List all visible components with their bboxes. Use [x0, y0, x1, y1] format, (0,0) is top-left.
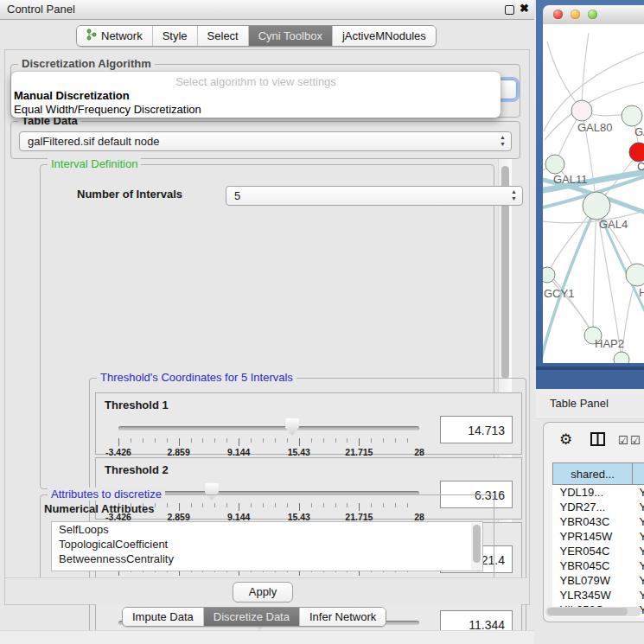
node-attribute-table[interactable]: shared... na YDL19...YDL1 YDR27...YDR2 Y… — [552, 462, 644, 617]
cell[interactable]: YBL079W — [553, 573, 633, 588]
stepper-arrows-icon[interactable]: ▲▼ — [500, 134, 506, 148]
node-label: H — [639, 286, 644, 299]
tab-label: Discretize Data — [214, 610, 290, 623]
interval-definition-group: Interval Definition Number of Intervals … — [40, 164, 494, 489]
tab-label: Select — [207, 29, 239, 42]
list-scrollbar[interactable] — [471, 523, 481, 570]
tick-label: 2.859 — [167, 447, 189, 457]
panel-title: Control Panel — [7, 3, 75, 16]
number-of-intervals-combobox[interactable]: 5 ▲▼ — [226, 186, 523, 206]
stepper-arrows-icon[interactable]: ▲▼ — [511, 188, 517, 202]
cell[interactable]: YBR043C — [553, 514, 633, 529]
node-label: C — [637, 160, 644, 173]
cell[interactable]: YPR145W — [553, 529, 633, 544]
table-row[interactable]: YBR043CYBR0 — [553, 514, 644, 529]
tab-label: Cyni Toolbox — [258, 29, 322, 42]
tab-network[interactable]: Network — [77, 26, 153, 46]
split-columns-icon[interactable] — [590, 432, 605, 449]
cell[interactable]: YDR2 — [633, 500, 644, 514]
float-window-icon[interactable] — [505, 5, 514, 15]
network-node-gal4[interactable] — [583, 192, 610, 220]
cell[interactable]: YBR0 — [633, 558, 644, 573]
column-header-name[interactable]: na — [633, 463, 644, 485]
node-label: HAP2 — [595, 337, 624, 350]
tab-impute-data[interactable]: Impute Data — [123, 608, 204, 626]
cell[interactable]: YLR345W — [553, 588, 633, 603]
tick-label: 15.43 — [288, 447, 310, 457]
close-icon[interactable]: ✖ — [520, 2, 529, 15]
threshold-1-panel: Threshold 1 -3.426 2.859 9.144 15.43 21.… — [95, 392, 522, 455]
threshold-1-slider[interactable]: -3.426 2.859 9.144 15.43 21.715 28 — [118, 418, 419, 452]
node-label: GAL4 — [599, 218, 628, 231]
network-node-bottom[interactable] — [614, 352, 629, 363]
table-row[interactable]: YBL079WYBL0 — [553, 573, 644, 588]
cell[interactable]: YPR1 — [633, 529, 644, 544]
slider-track[interactable] — [118, 426, 419, 430]
network-node-gal11[interactable] — [545, 155, 564, 174]
cell[interactable]: YBR045C — [553, 558, 633, 573]
list-item[interactable]: TopologicalCoefficient — [52, 537, 482, 552]
network-graph: GAL80 GA C GAL11 GAL4 GCY1 H HAP2 — [543, 24, 644, 363]
scrollbar-thumb[interactable] — [473, 525, 481, 563]
list-item[interactable]: SelfLoops — [52, 522, 482, 537]
threshold-1-value-field[interactable]: 14.713 — [440, 416, 513, 443]
cell[interactable]: YBL0 — [633, 573, 644, 588]
checkbox-icon[interactable]: ☑ — [630, 434, 641, 447]
tab-select[interactable]: Select — [198, 26, 249, 46]
attributes-listbox[interactable]: SelfLoops TopologicalCoefficient Between… — [51, 521, 483, 571]
scrollbar-thumb[interactable] — [547, 608, 628, 615]
network-node-selected[interactable] — [629, 143, 644, 162]
table-row[interactable]: YDR27...YDR2 — [553, 500, 644, 514]
popup-option-manual-discretization[interactable]: Manual Discretization — [14, 89, 130, 102]
cell[interactable]: YDL19... — [553, 485, 633, 501]
network-canvas[interactable]: GAL80 GA C GAL11 GAL4 GCY1 H HAP2 — [543, 24, 644, 363]
table-row[interactable]: YLR345WYLR3 — [553, 588, 644, 603]
zoom-traffic-light[interactable] — [588, 10, 597, 19]
algorithm-dropdown-popup: Select algorithm to view settings Manual… — [11, 72, 501, 118]
bottom-strip — [0, 630, 534, 644]
checkbox-icon[interactable]: ☑ — [618, 434, 628, 447]
cell[interactable]: YDR27... — [553, 500, 633, 514]
cell[interactable]: YLR3 — [633, 588, 644, 603]
popup-hint: Select algorithm to view settings — [11, 75, 501, 88]
table-row[interactable]: YDL19...YDL1 — [553, 485, 644, 501]
numerical-attributes-label: Numerical Attributes — [44, 502, 154, 515]
table-data-combobox[interactable]: galFiltered.sif default node ▲▼ — [19, 131, 512, 151]
control-panel-tabbar: Network Style Select Cyni Toolbox jActiv… — [76, 25, 437, 47]
cell[interactable]: YER054C — [553, 544, 633, 558]
table-horizontal-scrollbar[interactable] — [545, 607, 641, 616]
network-node-gal80[interactable] — [571, 100, 592, 121]
cell[interactable]: YDL1 — [633, 485, 644, 501]
tab-cyni-toolbox[interactable]: Cyni Toolbox — [249, 26, 333, 46]
gear-icon[interactable]: ⚙ — [559, 430, 572, 449]
cell[interactable]: YBR0 — [633, 514, 644, 529]
minimize-traffic-light[interactable] — [571, 10, 580, 19]
network-node-top-right[interactable] — [622, 105, 642, 126]
table-row[interactable]: YBR045CYBR0 — [553, 558, 644, 573]
control-panel-titlebar: Control Panel ✖ — [0, 0, 534, 20]
close-traffic-light[interactable] — [553, 10, 563, 19]
column-header-shared-name[interactable]: shared... — [553, 463, 633, 485]
apply-button[interactable]: Apply — [233, 582, 293, 603]
threshold-label: Threshold 2 — [105, 463, 169, 476]
tab-jactivemnodules[interactable]: jActiveMNodules — [333, 26, 436, 46]
network-node-h[interactable] — [626, 264, 644, 286]
list-item[interactable]: BetweennessCentrality — [52, 552, 482, 566]
node-label: GCY1 — [544, 287, 574, 300]
table-row[interactable]: YPR145WYPR1 — [553, 529, 644, 544]
table-row[interactable]: YER054CYER0 — [553, 544, 644, 558]
network-window-titlebar[interactable] — [543, 5, 644, 25]
cell[interactable]: YER0 — [633, 544, 644, 558]
popup-option-equal-width-frequency[interactable]: Equal Width/Frequency Discretization — [14, 103, 201, 116]
tab-label: Style — [163, 29, 188, 42]
tab-label: Network — [101, 29, 143, 42]
slider-thumb[interactable] — [285, 418, 299, 436]
tab-style[interactable]: Style — [153, 26, 198, 46]
threshold-label: Threshold 1 — [105, 399, 169, 411]
network-node-gcy1[interactable] — [543, 267, 555, 283]
group-title: Interval Definition — [48, 157, 141, 170]
tab-infer-network[interactable]: Infer Network — [300, 608, 386, 626]
table-panel-header: Table Panel — [536, 389, 644, 419]
tab-discretize-data[interactable]: Discretize Data — [204, 608, 300, 626]
network-icon — [86, 29, 97, 43]
